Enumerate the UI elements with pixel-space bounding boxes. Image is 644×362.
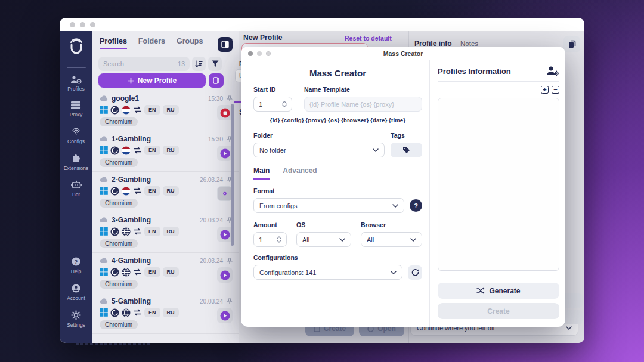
os-label: OS xyxy=(296,221,351,228)
profiles-information-content xyxy=(438,98,559,271)
start-profile-button[interactable] xyxy=(217,267,233,283)
folder-label: Folder xyxy=(253,132,385,139)
scrollbar[interactable] xyxy=(231,104,234,246)
filter-button[interactable] xyxy=(208,57,222,71)
sidebar-item-help[interactable]: ? Help xyxy=(71,256,81,274)
sidebar-item-account[interactable]: Account xyxy=(67,283,85,301)
configurations-select-value: Configurations: 141 xyxy=(259,269,316,276)
account-icon xyxy=(71,283,81,293)
generate-label: Generate xyxy=(489,287,520,295)
os-select[interactable]: All xyxy=(296,232,351,247)
maximize-window-button[interactable] xyxy=(90,22,95,27)
reset-to-default-link[interactable]: Reset to default xyxy=(345,35,392,42)
shuffle-icon xyxy=(476,287,485,294)
puzzle-icon xyxy=(71,153,81,163)
search-input[interactable]: 13 xyxy=(98,57,190,71)
profiles-information-panel: Profiles Information + − Generate xyxy=(429,60,565,327)
sidebar-item-label: Account xyxy=(67,295,85,301)
gear-icon xyxy=(71,310,81,320)
sort-button[interactable] xyxy=(192,57,206,71)
collapse-panel-button[interactable] xyxy=(218,37,233,52)
browser-engine-icon xyxy=(110,146,119,155)
sidebar-item-configs[interactable]: Configs xyxy=(67,126,85,144)
generate-button[interactable]: Generate xyxy=(438,283,559,299)
create-button[interactable]: Create xyxy=(438,303,559,319)
sidebar-item-extensions[interactable]: Extensions xyxy=(64,153,89,171)
windows-icon xyxy=(100,268,108,276)
tab-main[interactable]: Main xyxy=(253,166,270,180)
browser-tag: Chromium xyxy=(100,199,138,208)
tab-advanced[interactable]: Advanced xyxy=(283,166,317,180)
refresh-configurations-button[interactable] xyxy=(408,265,422,280)
chevron-down-icon xyxy=(282,104,287,107)
profiles-information-heading: Profiles Information xyxy=(438,67,511,76)
sidebar-item-settings[interactable]: Settings xyxy=(67,310,85,328)
copy-icon xyxy=(568,40,576,48)
stepper-control[interactable] xyxy=(277,236,281,243)
cloud-icon xyxy=(100,95,108,101)
profile-row[interactable]: 3-Gambling 20.03.24 EN RU xyxy=(92,212,239,253)
stepper-control[interactable] xyxy=(282,101,287,107)
browser-select[interactable]: All xyxy=(361,232,422,247)
profile-row[interactable]: 5-Gambling 20.03.24 EN RU xyxy=(92,293,239,334)
format-select-value: From configs xyxy=(259,202,298,209)
sidebar-item-label: Profiles xyxy=(67,86,84,92)
divider xyxy=(438,81,559,82)
pin-icon xyxy=(227,258,233,264)
dialog-window-title: Mass Creator xyxy=(241,50,565,57)
folder-select-value: No folder xyxy=(259,147,286,154)
profile-row[interactable]: 1-Gambling 15:30 EN RU xyxy=(92,131,239,172)
tab-profiles[interactable]: Profiles xyxy=(100,37,127,49)
sidebar-item-bot[interactable]: Bot xyxy=(71,180,82,197)
tags-button[interactable] xyxy=(391,143,422,157)
chevron-up-icon xyxy=(277,236,281,239)
profile-time: 20.03.24 xyxy=(200,298,223,305)
windows-icon xyxy=(100,227,108,236)
expand-all-button[interactable]: + xyxy=(541,86,549,94)
start-profile-button[interactable] xyxy=(217,308,233,323)
profile-row[interactable]: 2-Gambling 26.03.24 EN RU xyxy=(92,172,239,212)
transfer-icon xyxy=(133,147,142,154)
chevron-down-icon xyxy=(373,148,379,152)
browser-tag: Chromium xyxy=(100,117,138,126)
sidebar-item-label: Settings xyxy=(67,322,85,328)
new-profile-button[interactable]: New Profile xyxy=(98,73,206,88)
name-template-input[interactable] xyxy=(304,97,422,112)
chevron-down-icon xyxy=(391,271,397,274)
proxy-server-icon xyxy=(70,101,81,110)
amount-input[interactable] xyxy=(253,232,287,247)
profile-time: 15:30 xyxy=(208,136,223,143)
quick-profile-button[interactable] xyxy=(209,73,224,88)
close-window-button[interactable] xyxy=(70,22,75,27)
profile-row[interactable]: 4-Gambling 20.03.24 EN RU xyxy=(92,253,239,293)
os-select-value: All xyxy=(302,236,309,243)
sidebar: Profiles Proxy Configs xyxy=(60,31,92,343)
language-badge: EN xyxy=(144,227,160,236)
minimize-window-button[interactable] xyxy=(80,22,85,27)
browser-tag: Chromium xyxy=(100,239,138,248)
tag-icon xyxy=(402,146,410,154)
cloud-icon xyxy=(100,217,108,223)
tab-groups[interactable]: Groups xyxy=(177,37,203,48)
tab-folders[interactable]: Folders xyxy=(138,37,165,48)
create-label: Create xyxy=(487,307,509,315)
browser-tag: Chromium xyxy=(100,158,138,167)
collapse-all-button[interactable]: − xyxy=(552,86,559,94)
cloud-icon xyxy=(100,298,108,304)
sidebar-item-label: Proxy xyxy=(70,112,83,117)
copy-button[interactable] xyxy=(564,36,580,52)
profile-name: 2-Gambling xyxy=(112,175,151,184)
mass-creator-dialog: Mass Creator Mass Creator Start ID xyxy=(241,47,565,327)
windows-icon xyxy=(100,308,108,317)
start-id-input[interactable] xyxy=(253,97,292,112)
new-profile-label: New Profile xyxy=(138,76,177,85)
language-badge: RU xyxy=(163,105,179,115)
profile-row[interactable]: google1 15:30 EN RU C xyxy=(92,91,239,131)
sidebar-item-proxy[interactable]: Proxy xyxy=(70,101,83,117)
folder-select[interactable]: No folder xyxy=(253,143,385,157)
format-help-button[interactable]: ? xyxy=(410,199,422,212)
configurations-select[interactable]: Configurations: 141 xyxy=(253,265,402,280)
sidebar-item-profiles[interactable]: Profiles xyxy=(67,75,84,92)
format-select[interactable]: From configs xyxy=(253,198,404,213)
language-badge: RU xyxy=(163,308,179,317)
